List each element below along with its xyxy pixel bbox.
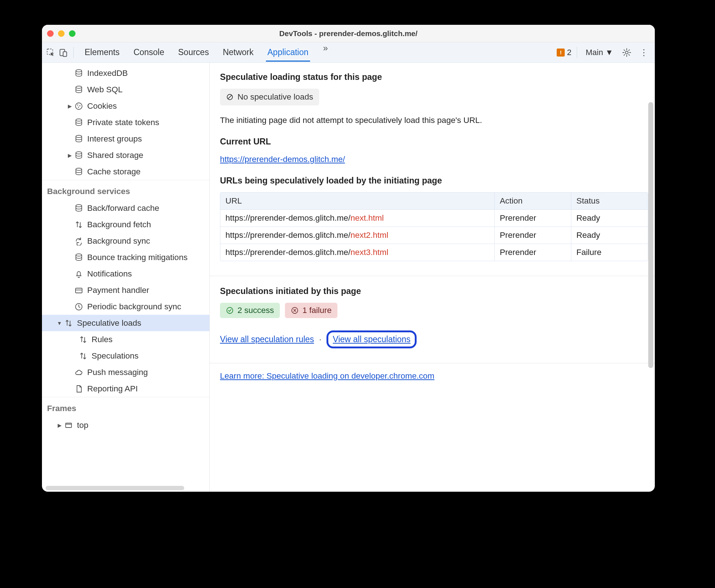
urls-heading: URLs being speculatively loaded by the i…: [220, 176, 648, 186]
sidebar-item-shared[interactable]: ▶ Shared storage: [42, 147, 209, 163]
tab-sources[interactable]: Sources: [177, 43, 210, 62]
sidebar-item-cache[interactable]: Cache storage: [42, 163, 209, 180]
minimize-window-button[interactable]: [58, 30, 65, 37]
inspect-element-icon[interactable]: [46, 47, 56, 58]
toolbar-divider: [577, 47, 577, 58]
sidebar-item-periodic[interactable]: Periodic background sync: [42, 298, 209, 315]
window-controls: [47, 30, 76, 37]
db-icon: [74, 167, 84, 177]
cell-url: https://prerender-demos.glitch.me/next2.…: [220, 227, 495, 244]
sidebar-item-label: top: [77, 421, 88, 430]
application-main-panel: Speculative loading status for this page…: [210, 63, 655, 492]
check-circle-icon: [226, 306, 234, 314]
sidebar-item-frame-top[interactable]: ▶ top: [42, 417, 209, 433]
warning-icon: !: [557, 49, 565, 57]
status-chip-label: No speculative loads: [237, 92, 313, 102]
sidebar-item-cookies[interactable]: ▶ Cookies: [42, 98, 209, 114]
sidebar-item-label: Background sync: [87, 236, 150, 246]
cell-action: Prerender: [495, 244, 571, 261]
device-toggle-icon[interactable]: [58, 47, 68, 58]
disclosure-triangle-icon[interactable]: ▼: [57, 320, 62, 326]
target-label: Main: [586, 48, 603, 57]
sidebar-item-pst[interactable]: Private state tokens: [42, 114, 209, 131]
doc-icon: [74, 384, 84, 394]
warning-count: 2: [567, 48, 571, 57]
devtools-toolbar: Elements Console Sources Network Applica…: [42, 42, 655, 63]
sidebar-item-bounce[interactable]: Bounce tracking mitigations: [42, 249, 209, 266]
sidebar-item-label: Rules: [92, 335, 113, 344]
separator-dot: ·: [319, 334, 321, 344]
sidebar-item-label: Bounce tracking mitigations: [87, 253, 188, 262]
col-status[interactable]: Status: [571, 193, 648, 209]
sidebar-item-payment[interactable]: Payment handler: [42, 282, 209, 298]
disclosure-triangle-icon[interactable]: ▶: [67, 152, 73, 158]
db-icon: [74, 253, 84, 262]
status-heading: Speculative loading status for this page: [220, 72, 648, 82]
application-sidebar[interactable]: IndexedDB Web SQL ▶ Cookies Private stat…: [42, 63, 210, 492]
devtools-window: DevTools - prerender-demos.glitch.me/ El…: [42, 25, 655, 492]
success-chip-label: 2 success: [237, 306, 274, 315]
tab-application[interactable]: Application: [266, 43, 310, 62]
issues-counter[interactable]: ! 2: [557, 48, 571, 57]
sidebar-item-label: Cache storage: [87, 167, 140, 177]
sidebar-item-bgsync[interactable]: Background sync: [42, 233, 209, 249]
sidebar-item-speculations[interactable]: Speculations: [42, 348, 209, 364]
cell-action: Prerender: [495, 209, 571, 227]
sidebar-item-interest[interactable]: Interest groups: [42, 131, 209, 147]
sidebar-item-websql[interactable]: Web SQL: [42, 81, 209, 98]
sidebar-item-indexeddb[interactable]: IndexedDB: [42, 65, 209, 81]
cookie-icon: [74, 101, 84, 111]
table-row[interactable]: https://prerender-demos.glitch.me/next3.…: [220, 244, 648, 261]
sidebar-item-push[interactable]: Push messaging: [42, 364, 209, 380]
disclosure-triangle-icon[interactable]: ▶: [67, 103, 73, 109]
zoom-window-button[interactable]: [69, 30, 76, 37]
status-chip: No speculative loads: [220, 89, 319, 105]
titlebar: DevTools - prerender-demos.glitch.me/: [42, 25, 655, 42]
highlight-callout: View all speculations: [326, 330, 417, 348]
updown-icon: [74, 220, 84, 229]
sidebar-item-label: Web SQL: [87, 85, 123, 94]
tab-console[interactable]: Console: [132, 43, 166, 62]
sidebar-item-label: Private state tokens: [87, 118, 159, 127]
sidebar-item-label: Cookies: [87, 101, 117, 111]
close-window-button[interactable]: [47, 30, 54, 37]
table-row[interactable]: https://prerender-demos.glitch.me/next2.…: [220, 227, 648, 244]
sidebar-item-speculative-loads[interactable]: ▼ Speculative loads: [42, 315, 209, 331]
updown-icon: [64, 318, 73, 328]
sidebar-item-label: Interest groups: [87, 134, 142, 144]
sidebar-item-label: Background fetch: [87, 220, 151, 229]
col-action[interactable]: Action: [495, 193, 571, 209]
card-icon: [74, 286, 84, 295]
db-icon: [74, 118, 84, 127]
sidebar-item-notif[interactable]: Notifications: [42, 266, 209, 282]
sidebar-item-bfcache[interactable]: Back/forward cache: [42, 200, 209, 216]
target-selector[interactable]: Main ▼: [582, 48, 617, 57]
table-row[interactable]: https://prerender-demos.glitch.me/next.h…: [220, 209, 648, 227]
cell-action: Prerender: [495, 227, 571, 244]
col-url[interactable]: URL: [220, 193, 495, 209]
success-chip: 2 success: [220, 303, 280, 318]
vertical-scrollbar[interactable]: [648, 102, 653, 368]
sidebar-item-rules[interactable]: Rules: [42, 331, 209, 348]
sidebar-item-report[interactable]: Reporting API: [42, 380, 209, 397]
bell-icon: [74, 269, 84, 279]
sidebar-item-label: IndexedDB: [87, 69, 128, 78]
cell-status: Failure: [571, 244, 648, 261]
tab-elements[interactable]: Elements: [83, 43, 121, 62]
more-tabs-button[interactable]: »: [321, 43, 330, 62]
current-url-link[interactable]: https://prerender-demos.glitch.me/: [220, 155, 345, 164]
disclosure-triangle-icon[interactable]: ▶: [57, 422, 62, 428]
tab-network[interactable]: Network: [221, 43, 255, 62]
sidebar-item-bgfetch[interactable]: Background fetch: [42, 216, 209, 233]
db-icon: [74, 151, 84, 160]
sidebar-item-label: Back/forward cache: [87, 204, 159, 213]
sidebar-item-label: Shared storage: [87, 151, 143, 160]
table-header-row: URL Action Status: [220, 193, 648, 209]
db-icon: [74, 204, 84, 213]
settings-button[interactable]: [619, 48, 634, 57]
learn-more-link[interactable]: Learn more: Speculative loading on devel…: [220, 371, 434, 380]
view-all-rules-link[interactable]: View all speculation rules: [220, 334, 314, 344]
view-all-speculations-link[interactable]: View all speculations: [333, 334, 410, 344]
horizontal-scrollbar[interactable]: [46, 486, 184, 490]
kebab-menu-button[interactable]: ⋮: [637, 47, 651, 58]
